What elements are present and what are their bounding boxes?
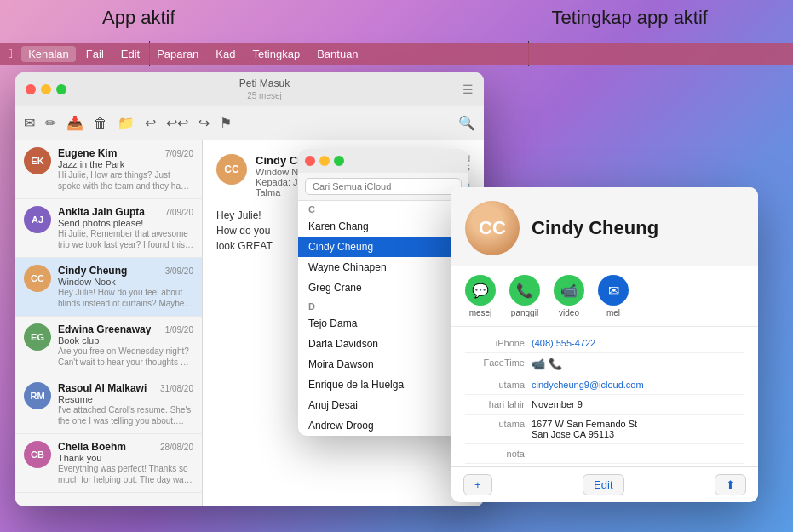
close-button[interactable] [26,84,36,94]
contacts-search-input[interactable] [305,178,462,195]
compose-icon[interactable]: ✏ [45,115,56,131]
mail-list-item[interactable]: EK Eugene Kim 7/09/20 Jazz in the Park H… [15,140,202,199]
contact-moira-dawson[interactable]: Moira Dawson [298,354,468,375]
archive-icon[interactable]: 📥 [66,115,83,131]
annotation-app-aktif: App aktif [102,7,175,43]
folder-icon[interactable]: 📁 [118,115,135,131]
action-message-button[interactable]: 💬 mesej [465,275,496,317]
avatar: EG [24,323,51,351]
menubar-fail[interactable]: Fail [79,46,111,62]
contact-wayne-chinapen[interactable]: Wayne Chinapen [298,257,468,277]
contact-detail-header: CC Cindy Cheung [451,187,758,266]
contact-detail-avatar: CC [465,201,520,255]
annotation-tetingkap: Tetingkap app aktif [552,7,708,43]
mail-filter-icon[interactable]: ☰ [463,83,474,96]
field-email: utama cindycheung9@icloud.com [465,375,744,395]
reply-icon[interactable]: ↩ [145,115,156,131]
field-facetime: FaceTime 📹 📞 [465,353,744,375]
field-nota: nota [465,444,744,464]
call-icon: 📞 [509,275,540,306]
sender-avatar: CC [216,154,247,185]
facetime-video-icon[interactable]: 📹 [532,358,545,370]
maximize-button[interactable] [56,84,66,94]
avatar: EK [24,147,51,174]
menubar-paparan[interactable]: Paparan [150,46,205,62]
contact-detail-window: CC Cindy Cheung 💬 mesej 📞 panggil 📹 vide… [451,187,758,502]
video-icon: 📹 [554,275,584,306]
field-address: utama 1677 W San Fernando StSan Jose CA … [465,415,744,444]
contact-enrique-de-la-huelga[interactable]: Enrique de la Huelga [298,375,468,395]
menubar-kad[interactable]: Kad [209,46,242,62]
action-video-button[interactable]: 📹 video [554,275,584,317]
action-call-button[interactable]: 📞 panggil [509,275,540,317]
contact-footer: + Edit ⬆ [451,466,758,502]
menubar:  Kenalan Fail Edit Paparan Kad Tetingka… [0,43,793,65]
avatar: CB [24,441,51,468]
flag-icon[interactable]: ⚑ [220,115,232,131]
contacts-search-area [298,173,468,201]
menubar-kenalan[interactable]: Kenalan [21,46,76,62]
section-label-d: D [298,298,468,313]
section-label-c: C [298,201,468,216]
mail-list-item[interactable]: CB Chella Boehm 28/08/20 Thank you Every… [15,434,202,493]
mail-action-icon: ✉ [598,275,629,306]
mail-list-item-selected[interactable]: CC Cindy Cheung 3/09/20 Window Nook Hey … [15,258,202,317]
mail-window-title: Peti Masuk 25 mesej [72,77,457,101]
mail-icon[interactable]: ✉ [24,115,35,131]
add-contact-button[interactable]: + [463,474,492,495]
mail-sidebar: EK Eugene Kim 7/09/20 Jazz in the Park H… [15,140,203,506]
contact-cindy-cheung[interactable]: Cindy Cheung [298,237,468,257]
contact-actions-bar: 💬 mesej 📞 panggil 📹 video ✉ mel [451,266,758,327]
menubar-edit[interactable]: Edit [114,46,147,62]
annotation-area: App aktif Tetingkap app aktif [0,0,793,43]
menubar-bantuan[interactable]: Bantuan [310,46,365,62]
edit-contact-button[interactable]: Edit [583,474,623,495]
contact-karen-chang[interactable]: Karen Chang [298,216,468,237]
popup-minimize-button[interactable] [319,156,330,166]
field-birthday: hari lahir November 9 [465,395,744,415]
contact-greg-crane[interactable]: Greg Crane [298,277,468,298]
contact-fields: iPhone (408) 555-4722 FaceTime 📹 📞 utama… [451,327,758,471]
reply-all-icon[interactable]: ↩↩ [166,115,188,131]
contact-anuj-desai[interactable]: Anuj Desai [298,395,468,415]
menubar-tetingkap[interactable]: Tetingkap [246,46,307,62]
popup-close-button[interactable] [305,156,315,166]
avatar: AJ [24,206,51,233]
contacts-popup: C Karen Chang Cindy Cheung Wayne Chinape… [298,149,468,436]
popup-maximize-button[interactable] [334,156,344,166]
facetime-audio-icon[interactable]: 📞 [549,358,562,370]
mail-list-item[interactable]: AJ Ankita Jain Gupta 7/09/20 Send photos… [15,199,202,258]
share-contact-button[interactable]: ⬆ [715,474,746,495]
mail-list-item[interactable]: RM Rasoul Al Malkawi 31/08/20 Resume I'v… [15,375,202,434]
contact-tejo-dama[interactable]: Tejo Dama [298,313,468,334]
contact-darla-davidson[interactable]: Darla Davidson [298,334,468,354]
avatar: CC [24,265,51,292]
contact-andrew-droog[interactable]: Andrew Droog [298,415,468,436]
trash-icon[interactable]: 🗑 [94,116,107,131]
contact-detail-name: Cindy Cheung [532,217,658,239]
mail-titlebar: Peti Masuk 25 mesej ☰ [15,72,484,106]
minimize-button[interactable] [41,84,51,94]
mail-toolbar: ✉ ✏ 📥 🗑 📁 ↩ ↩↩ ↪ ⚑ 🔍 [15,106,484,140]
avatar: RM [24,382,51,409]
message-icon: 💬 [465,275,496,306]
forward-icon[interactable]: ↪ [198,115,210,131]
contacts-popup-titlebar [298,149,468,173]
contacts-list: C Karen Chang Cindy Cheung Wayne Chinape… [298,201,468,436]
apple-menu-icon[interactable]:  [9,47,13,60]
field-iphone: iPhone (408) 555-4722 [465,334,744,353]
mail-list-item[interactable]: EG Edwina Greenaway 1/09/20 Book club Ar… [15,317,202,375]
action-mail-button[interactable]: ✉ mel [598,275,629,317]
search-icon[interactable]: 🔍 [458,115,475,131]
